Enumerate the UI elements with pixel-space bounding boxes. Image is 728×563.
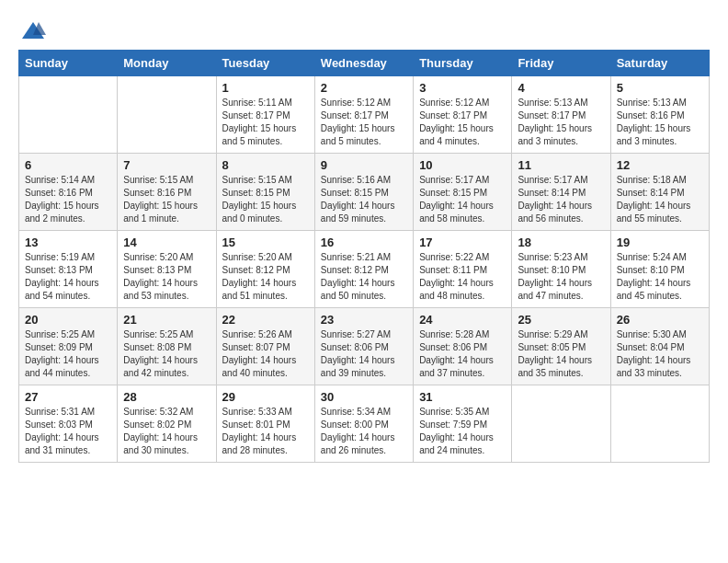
calendar-cell: 19Sunrise: 5:24 AMSunset: 8:10 PMDayligh… — [610, 231, 709, 308]
calendar-cell: 25Sunrise: 5:29 AMSunset: 8:05 PMDayligh… — [512, 308, 610, 385]
day-detail: Sunrise: 5:31 AMSunset: 8:03 PMDaylight:… — [25, 406, 111, 457]
day-detail: Sunrise: 5:16 AMSunset: 8:15 PMDaylight:… — [321, 174, 407, 225]
day-detail: Sunrise: 5:17 AMSunset: 8:14 PMDaylight:… — [518, 174, 604, 225]
day-number: 31 — [419, 390, 506, 404]
day-number: 14 — [123, 236, 210, 249]
day-number: 9 — [321, 158, 407, 172]
day-detail: Sunrise: 5:22 AMSunset: 8:11 PMDaylight:… — [419, 251, 506, 303]
day-number: 7 — [123, 158, 210, 172]
calendar-cell: 28Sunrise: 5:32 AMSunset: 8:02 PMDayligh… — [118, 385, 216, 463]
day-detail: Sunrise: 5:29 AMSunset: 8:05 PMDaylight:… — [518, 328, 604, 380]
day-number: 2 — [321, 81, 407, 95]
calendar-cell: 12Sunrise: 5:18 AMSunset: 8:14 PMDayligh… — [610, 154, 709, 231]
day-detail: Sunrise: 5:33 AMSunset: 8:01 PMDaylight:… — [222, 406, 309, 457]
calendar-week-3: 13Sunrise: 5:19 AMSunset: 8:13 PMDayligh… — [19, 231, 710, 308]
day-detail: Sunrise: 5:28 AMSunset: 8:06 PMDaylight:… — [419, 328, 506, 380]
day-detail: Sunrise: 5:12 AMSunset: 8:17 PMDaylight:… — [321, 97, 407, 148]
day-number: 27 — [25, 390, 111, 404]
day-number: 20 — [25, 313, 111, 327]
day-number: 21 — [123, 313, 210, 327]
day-number: 17 — [419, 236, 506, 249]
header-wednesday: Wednesday — [314, 51, 413, 76]
calendar-cell: 6Sunrise: 5:14 AMSunset: 8:16 PMDaylight… — [19, 154, 118, 231]
header-thursday: Thursday — [414, 51, 512, 76]
day-detail: Sunrise: 5:20 AMSunset: 8:12 PMDaylight:… — [222, 251, 309, 303]
calendar-cell — [19, 76, 118, 154]
day-number: 12 — [617, 158, 703, 172]
calendar-week-1: 1Sunrise: 5:11 AMSunset: 8:17 PMDaylight… — [19, 76, 710, 154]
calendar-cell: 17Sunrise: 5:22 AMSunset: 8:11 PMDayligh… — [414, 231, 512, 308]
calendar-cell: 11Sunrise: 5:17 AMSunset: 8:14 PMDayligh… — [512, 154, 610, 231]
day-number: 15 — [222, 236, 309, 249]
day-number: 1 — [222, 81, 309, 95]
calendar-cell: 20Sunrise: 5:25 AMSunset: 8:09 PMDayligh… — [19, 308, 118, 385]
calendar-cell: 15Sunrise: 5:20 AMSunset: 8:12 PMDayligh… — [216, 231, 314, 308]
day-number: 8 — [222, 158, 309, 172]
calendar-cell — [118, 76, 216, 154]
day-detail: Sunrise: 5:26 AMSunset: 8:07 PMDaylight:… — [222, 328, 309, 380]
day-detail: Sunrise: 5:27 AMSunset: 8:06 PMDaylight:… — [321, 328, 407, 380]
calendar-cell: 27Sunrise: 5:31 AMSunset: 8:03 PMDayligh… — [19, 385, 118, 463]
day-number: 23 — [321, 313, 407, 327]
calendar-cell: 26Sunrise: 5:30 AMSunset: 8:04 PMDayligh… — [610, 308, 709, 385]
day-detail: Sunrise: 5:14 AMSunset: 8:16 PMDaylight:… — [25, 174, 111, 225]
calendar-cell: 18Sunrise: 5:23 AMSunset: 8:10 PMDayligh… — [512, 231, 610, 308]
header-saturday: Saturday — [610, 51, 709, 76]
day-detail: Sunrise: 5:15 AMSunset: 8:16 PMDaylight:… — [123, 174, 210, 225]
day-number: 16 — [321, 236, 407, 249]
day-detail: Sunrise: 5:13 AMSunset: 8:17 PMDaylight:… — [518, 97, 604, 148]
header-tuesday: Tuesday — [216, 51, 314, 76]
day-detail: Sunrise: 5:18 AMSunset: 8:14 PMDaylight:… — [617, 174, 703, 225]
day-detail: Sunrise: 5:24 AMSunset: 8:10 PMDaylight:… — [617, 251, 703, 303]
header-sunday: Sunday — [19, 51, 118, 76]
day-detail: Sunrise: 5:11 AMSunset: 8:17 PMDaylight:… — [222, 97, 309, 148]
day-detail: Sunrise: 5:13 AMSunset: 8:16 PMDaylight:… — [617, 97, 703, 148]
day-detail: Sunrise: 5:32 AMSunset: 8:02 PMDaylight:… — [123, 406, 210, 457]
day-number: 18 — [518, 236, 604, 249]
calendar-cell — [610, 385, 709, 463]
day-detail: Sunrise: 5:17 AMSunset: 8:15 PMDaylight:… — [419, 174, 506, 225]
calendar-week-2: 6Sunrise: 5:14 AMSunset: 8:16 PMDaylight… — [19, 154, 710, 231]
calendar-cell: 16Sunrise: 5:21 AMSunset: 8:12 PMDayligh… — [314, 231, 413, 308]
day-number: 22 — [222, 313, 309, 327]
day-number: 24 — [419, 313, 506, 327]
calendar-cell: 7Sunrise: 5:15 AMSunset: 8:16 PMDaylight… — [118, 154, 216, 231]
calendar-week-4: 20Sunrise: 5:25 AMSunset: 8:09 PMDayligh… — [19, 308, 710, 385]
calendar-cell: 3Sunrise: 5:12 AMSunset: 8:17 PMDaylight… — [414, 76, 512, 154]
day-detail: Sunrise: 5:21 AMSunset: 8:12 PMDaylight:… — [321, 251, 407, 303]
day-number: 30 — [321, 390, 407, 404]
calendar-cell: 13Sunrise: 5:19 AMSunset: 8:13 PMDayligh… — [19, 231, 118, 308]
calendar-cell: 21Sunrise: 5:25 AMSunset: 8:08 PMDayligh… — [118, 308, 216, 385]
calendar-cell: 5Sunrise: 5:13 AMSunset: 8:16 PMDaylight… — [610, 76, 709, 154]
day-detail: Sunrise: 5:12 AMSunset: 8:17 PMDaylight:… — [419, 97, 506, 148]
day-number: 10 — [419, 158, 506, 172]
calendar-week-5: 27Sunrise: 5:31 AMSunset: 8:03 PMDayligh… — [19, 385, 710, 463]
day-number: 6 — [25, 158, 111, 172]
calendar-cell: 4Sunrise: 5:13 AMSunset: 8:17 PMDaylight… — [512, 76, 610, 154]
day-number: 19 — [617, 236, 703, 249]
day-detail: Sunrise: 5:35 AMSunset: 7:59 PMDaylight:… — [419, 406, 506, 457]
day-detail: Sunrise: 5:20 AMSunset: 8:13 PMDaylight:… — [123, 251, 210, 303]
logo-icon — [20, 18, 46, 44]
calendar-cell: 23Sunrise: 5:27 AMSunset: 8:06 PMDayligh… — [314, 308, 413, 385]
calendar-cell: 29Sunrise: 5:33 AMSunset: 8:01 PMDayligh… — [216, 385, 314, 463]
day-detail: Sunrise: 5:34 AMSunset: 8:00 PMDaylight:… — [321, 406, 407, 457]
day-number: 25 — [518, 313, 604, 327]
calendar-cell: 8Sunrise: 5:15 AMSunset: 8:15 PMDaylight… — [216, 154, 314, 231]
calendar-cell: 10Sunrise: 5:17 AMSunset: 8:15 PMDayligh… — [414, 154, 512, 231]
calendar-cell — [512, 385, 610, 463]
day-number: 11 — [518, 158, 604, 172]
day-detail: Sunrise: 5:23 AMSunset: 8:10 PMDaylight:… — [518, 251, 604, 303]
day-detail: Sunrise: 5:30 AMSunset: 8:04 PMDaylight:… — [617, 328, 703, 380]
calendar-table: SundayMondayTuesdayWednesdayThursdayFrid… — [18, 50, 710, 463]
day-number: 26 — [617, 313, 703, 327]
calendar-cell: 1Sunrise: 5:11 AMSunset: 8:17 PMDaylight… — [216, 76, 314, 154]
calendar-cell: 2Sunrise: 5:12 AMSunset: 8:17 PMDaylight… — [314, 76, 413, 154]
calendar-header-row: SundayMondayTuesdayWednesdayThursdayFrid… — [19, 51, 710, 76]
day-detail: Sunrise: 5:19 AMSunset: 8:13 PMDaylight:… — [25, 251, 111, 303]
calendar-cell: 30Sunrise: 5:34 AMSunset: 8:00 PMDayligh… — [314, 385, 413, 463]
calendar-cell: 24Sunrise: 5:28 AMSunset: 8:06 PMDayligh… — [414, 308, 512, 385]
day-detail: Sunrise: 5:15 AMSunset: 8:15 PMDaylight:… — [222, 174, 309, 225]
day-detail: Sunrise: 5:25 AMSunset: 8:09 PMDaylight:… — [25, 328, 111, 380]
day-number: 3 — [419, 81, 506, 95]
